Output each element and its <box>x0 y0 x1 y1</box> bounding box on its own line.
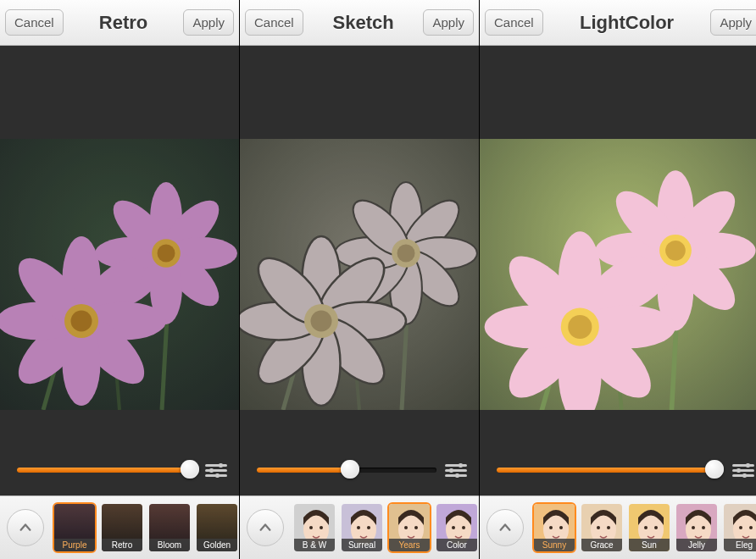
page-title: Retro <box>99 12 147 34</box>
filter-editor-panel: Cancel Retro Apply <box>0 0 240 559</box>
filter-thumb-label: Surreal <box>342 539 382 551</box>
filter-strip: Sunny Grace Sun <box>480 495 756 559</box>
filter-thumb-label: Golden <box>197 539 237 551</box>
intensity-slider[interactable] <box>17 464 197 476</box>
chevron-up-icon <box>498 520 513 535</box>
filter-thumb-label: Eleg <box>724 539 756 551</box>
apply-button[interactable]: Apply <box>183 9 234 36</box>
editor-body <box>480 46 756 495</box>
filter-thumb-label: Sunny <box>534 539 575 551</box>
svg-point-61 <box>414 526 418 529</box>
svg-point-97 <box>597 526 600 529</box>
svg-rect-24 <box>0 139 239 410</box>
image-preview <box>240 139 479 410</box>
intensity-slider[interactable] <box>257 464 436 476</box>
svg-point-105 <box>692 526 695 529</box>
filter-thumb-label: Color <box>436 539 477 551</box>
slider-thumb[interactable] <box>705 460 724 479</box>
filter-thumb[interactable]: Years <box>387 502 431 553</box>
slider-thumb[interactable] <box>341 460 359 479</box>
filter-thumb[interactable]: B & W <box>292 502 336 553</box>
svg-point-106 <box>702 526 705 529</box>
expand-button[interactable] <box>7 509 44 546</box>
svg-point-94 <box>559 526 563 529</box>
editor-body <box>0 46 239 495</box>
filter-thumb-label: Grace <box>581 539 622 551</box>
filter-thumb-label: Sun <box>629 539 670 551</box>
svg-point-65 <box>462 526 465 529</box>
page-title: LightColor <box>580 12 674 34</box>
filter-thumb[interactable]: Grace <box>580 502 624 553</box>
svg-point-52 <box>309 526 313 529</box>
image-preview <box>480 139 756 410</box>
expand-button[interactable] <box>247 509 284 546</box>
svg-point-110 <box>749 526 753 529</box>
chevron-up-icon <box>18 520 33 535</box>
filter-thumb[interactable]: Surreal <box>340 502 384 553</box>
filter-thumb-label: Jelly <box>676 539 717 551</box>
svg-point-57 <box>367 526 370 529</box>
filter-thumb[interactable]: Jelly <box>675 502 719 553</box>
svg-point-93 <box>549 526 553 529</box>
filter-editor-panel: Cancel LightColor Apply <box>480 0 756 559</box>
filter-thumb[interactable]: Color <box>435 502 479 553</box>
adjustments-icon[interactable] <box>732 459 754 481</box>
header-bar: Cancel Sketch Apply <box>240 0 479 46</box>
svg-point-101 <box>644 526 648 529</box>
filter-thumb[interactable]: Eleg <box>722 502 756 553</box>
filter-strip: B & W Surreal Years <box>240 495 479 559</box>
filter-thumb[interactable]: Retro <box>100 502 144 553</box>
intensity-slider[interactable] <box>497 464 724 476</box>
apply-button[interactable]: Apply <box>423 9 474 36</box>
filter-thumbnails: Sunny Grace Sun <box>532 502 756 553</box>
filter-thumb-label: Purple <box>54 539 95 551</box>
filter-thumb[interactable]: Sun <box>627 502 671 553</box>
intensity-slider-row <box>480 445 756 495</box>
intensity-slider-row <box>0 445 239 495</box>
svg-rect-49 <box>240 139 479 410</box>
filter-thumb[interactable]: Golden <box>195 502 239 553</box>
intensity-slider-row <box>240 445 479 495</box>
filter-thumb[interactable]: Bloom <box>147 502 192 553</box>
image-preview <box>0 139 239 410</box>
svg-point-56 <box>357 526 360 529</box>
filter-strip: Purple Retro Bloom Golden <box>0 495 239 559</box>
chevron-up-icon <box>258 520 273 535</box>
filter-thumb-label: Years <box>389 539 430 551</box>
filter-thumbnails: Purple Retro Bloom Golden <box>53 502 239 553</box>
page-title: Sketch <box>333 12 394 34</box>
svg-point-64 <box>452 526 455 529</box>
filter-thumb[interactable]: Purple <box>53 502 97 553</box>
adjustments-icon[interactable] <box>445 459 467 481</box>
cancel-button[interactable]: Cancel <box>245 9 303 36</box>
filter-thumbnails: B & W Surreal Years <box>292 502 479 553</box>
adjustments-icon[interactable] <box>205 459 227 481</box>
svg-point-102 <box>654 526 658 529</box>
filter-thumb-label: Bloom <box>149 539 190 551</box>
filter-editor-panel: Cancel Sketch Apply <box>240 0 480 559</box>
header-bar: Cancel LightColor Apply <box>480 0 756 46</box>
svg-point-60 <box>404 526 408 529</box>
cancel-button[interactable]: Cancel <box>485 9 543 36</box>
expand-button[interactable] <box>486 509 524 546</box>
slider-thumb[interactable] <box>181 460 199 479</box>
filter-thumb[interactable]: Sunny <box>532 502 576 553</box>
svg-point-98 <box>607 526 610 529</box>
apply-button[interactable]: Apply <box>710 9 756 36</box>
cancel-button[interactable]: Cancel <box>5 9 64 36</box>
svg-point-109 <box>739 526 742 529</box>
svg-rect-90 <box>480 139 756 410</box>
filter-thumb-label: Retro <box>102 539 142 551</box>
svg-point-53 <box>320 526 323 529</box>
filter-thumb-label: B & W <box>294 539 335 551</box>
header-bar: Cancel Retro Apply <box>0 0 239 46</box>
editor-body <box>240 46 479 495</box>
